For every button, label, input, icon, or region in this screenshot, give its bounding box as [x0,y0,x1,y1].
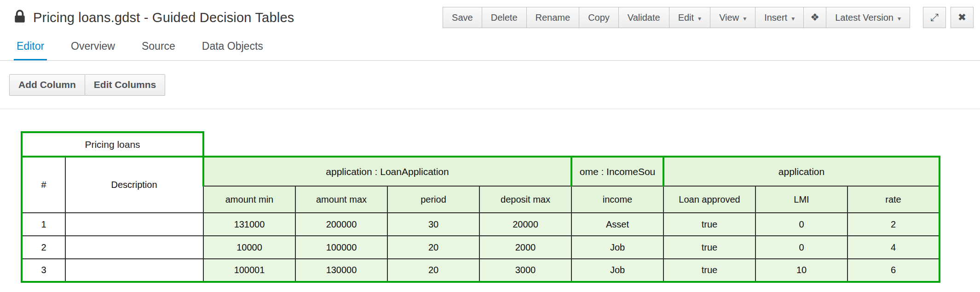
description-cell[interactable] [65,236,203,259]
tab-bar: Editor Overview Source Data Objects [0,35,980,61]
shortcuts-icon: ❖ [810,12,819,23]
tab-editor[interactable]: Editor [14,40,47,60]
row-number-cell: 2 [22,236,65,259]
column-header-rate[interactable]: rate [847,186,940,213]
caret-down-icon: ▾ [898,15,901,22]
decision-table-title-tab[interactable]: Pricing loans [21,131,204,158]
data-cell[interactable]: 100001 [203,259,295,282]
actions-bar: Add Column Edit Columns [0,61,980,109]
data-cell[interactable]: Job [571,259,663,282]
close-button[interactable]: ✖ [951,7,974,28]
edit-dropdown[interactable]: Edit ▾ [669,7,711,28]
row-number-cell: 1 [22,213,65,236]
decision-table: # Description application : LoanApplicat… [21,156,940,283]
pattern-header-incomesource[interactable]: ome : IncomeSou [571,157,663,186]
tab-source[interactable]: Source [139,40,178,60]
pattern-header-application[interactable]: application [663,157,940,186]
table-row: 1 131000 200000 30 20000 Asset true 0 2 [22,213,940,236]
insert-dropdown[interactable]: Insert ▾ [755,7,804,28]
data-cell[interactable]: 20 [387,259,479,282]
edit-columns-button[interactable]: Edit Columns [85,74,165,96]
data-cell[interactable]: 2000 [479,236,571,259]
title-area: Pricing loans.gdst - Guided Decision Tab… [14,10,294,25]
copy-button[interactable]: Copy [579,7,619,28]
shortcuts-button[interactable]: ❖ [803,7,826,28]
column-actions-group: Add Column Edit Columns [9,74,165,96]
latest-version-dropdown[interactable]: Latest Version ▾ [826,7,910,28]
data-cell[interactable]: 200000 [295,213,387,236]
fullscreen-button[interactable]: ⤢ [923,7,946,28]
save-button[interactable]: Save [443,7,482,28]
toolbar: Save Delete Rename Copy Validate Edit ▾ … [443,7,974,28]
data-cell[interactable]: 100000 [295,236,387,259]
data-cell[interactable]: 0 [755,213,847,236]
table-row: 3 100001 130000 20 3000 Job true 10 6 [22,259,940,282]
column-header-income[interactable]: income [571,186,663,213]
data-cell[interactable]: Job [571,236,663,259]
data-cell[interactable]: Asset [571,213,663,236]
view-dropdown[interactable]: View ▾ [710,7,755,28]
data-cell[interactable]: 3000 [479,259,571,282]
toolbar-button-group: Save Delete Rename Copy Validate Edit ▾ … [443,7,910,28]
view-dropdown-label: View [719,12,739,23]
delete-button[interactable]: Delete [482,7,527,28]
page-title: Pricing loans.gdst - Guided Decision Tab… [33,10,294,25]
caret-down-icon: ▾ [743,15,746,22]
data-cell[interactable]: 20000 [479,213,571,236]
row-number-cell: 3 [22,259,65,282]
fullscreen-icon: ⤢ [930,12,939,23]
data-cell[interactable]: true [663,213,755,236]
edit-dropdown-label: Edit [678,12,694,23]
data-cell[interactable]: true [663,236,755,259]
data-cell[interactable]: 131000 [203,213,295,236]
tab-data-objects[interactable]: Data Objects [199,40,266,60]
add-column-button[interactable]: Add Column [9,74,85,96]
column-header-amount-min[interactable]: amount min [203,186,295,213]
lock-icon [14,10,26,25]
row-number-header: # [22,157,65,213]
description-cell[interactable] [65,213,203,236]
data-cell[interactable]: 10000 [203,236,295,259]
data-cell[interactable]: 130000 [295,259,387,282]
data-cell[interactable]: 4 [847,236,940,259]
data-cell[interactable]: 30 [387,213,479,236]
column-header-period[interactable]: period [387,186,479,213]
data-cell[interactable]: 6 [847,259,940,282]
pattern-header-loanapplication[interactable]: application : LoanApplication [203,157,571,186]
column-header-amount-max[interactable]: amount max [295,186,387,213]
table-row: 2 10000 100000 20 2000 Job true 0 4 [22,236,940,259]
caret-down-icon: ▾ [698,15,701,22]
data-cell[interactable]: 0 [755,236,847,259]
insert-dropdown-label: Insert [764,12,787,23]
data-cell[interactable]: 10 [755,259,847,282]
caret-down-icon: ▾ [791,15,795,22]
titlebar: Pricing loans.gdst - Guided Decision Tab… [0,0,980,35]
group-header-row: # Description application : LoanApplicat… [22,157,940,186]
validate-button[interactable]: Validate [618,7,669,28]
description-cell[interactable] [65,259,203,282]
column-header-lmi[interactable]: LMI [755,186,847,213]
data-cell[interactable]: 20 [387,236,479,259]
rename-button[interactable]: Rename [526,7,580,28]
column-header-loan-approved[interactable]: Loan approved [663,186,755,213]
editor-content: Pricing loans # Description application … [0,109,980,283]
decision-table-title: Pricing loans [85,139,140,150]
app-window: Pricing loans.gdst - Guided Decision Tab… [0,0,980,292]
description-header: Description [65,157,203,213]
close-icon: ✖ [958,12,966,23]
column-header-deposit-max[interactable]: deposit max [479,186,571,213]
data-cell[interactable]: 2 [847,213,940,236]
latest-version-label: Latest Version [835,12,894,23]
tab-overview[interactable]: Overview [68,40,118,60]
data-cell[interactable]: true [663,259,755,282]
